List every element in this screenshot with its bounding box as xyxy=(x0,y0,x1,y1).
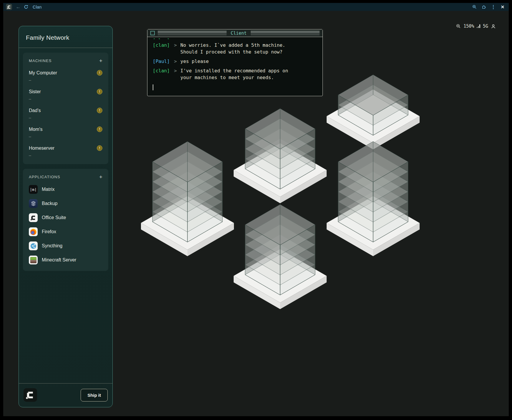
application-label: Matrix xyxy=(42,187,55,192)
chat-message: [Paul] > yes please xyxy=(153,58,317,65)
machine-name: Mom's xyxy=(29,127,43,132)
minecraft-grass-block-icon xyxy=(29,256,38,264)
application-item[interactable]: |m| Matrix xyxy=(29,185,102,194)
application-item[interactable]: Firefox xyxy=(29,227,102,236)
magnifier-plus-icon xyxy=(456,24,461,29)
machines-header: MACHINES xyxy=(29,59,51,63)
chat-message-log[interactable]: [clan] [clan] > No worries. I`ve added a… xyxy=(147,37,323,95)
application-item[interactable]: Syncthing xyxy=(29,241,102,250)
syncthing-icon xyxy=(29,241,38,250)
application-label: Minecraft Server xyxy=(42,257,76,263)
network-label: 5G xyxy=(483,24,488,29)
text-cursor[interactable] xyxy=(153,84,153,90)
client-chat-window[interactable]: Client [clan] [clan] > No worries. I`ve … xyxy=(147,29,323,96)
applications-section: APPLICATIONS + |m| Matrix Backup xyxy=(23,169,108,271)
machine-tower[interactable] xyxy=(141,141,234,256)
application-label: Backup xyxy=(42,201,57,206)
machine-tower[interactable] xyxy=(327,75,420,149)
warning-icon[interactable]: ! xyxy=(97,108,102,113)
firefox-icon xyxy=(29,227,38,236)
machines-section: MACHINES + My Computer ! – Sister ! – D xyxy=(23,53,108,164)
application-item[interactable]: Backup xyxy=(29,199,102,208)
sidebar-title: Family Network xyxy=(19,26,112,48)
clan-office-icon xyxy=(29,213,38,222)
machine-item[interactable]: My Computer ! – xyxy=(29,70,102,82)
person-icon[interactable] xyxy=(491,24,496,29)
application-label: Firefox xyxy=(42,229,56,234)
message-line: yes please xyxy=(180,58,292,65)
clipped-previous-message: [clan] xyxy=(153,37,317,39)
warning-icon[interactable]: ! xyxy=(97,70,102,76)
machine-status: – xyxy=(29,153,102,158)
machine-name: Homeserver xyxy=(29,146,54,151)
machine-item[interactable]: Homeserver ! – xyxy=(29,145,102,158)
zoom-level[interactable]: 150% xyxy=(463,24,474,29)
machine-tower[interactable] xyxy=(234,109,327,203)
application-item[interactable]: Office Suite xyxy=(29,213,102,222)
chat-titlebar[interactable]: Client xyxy=(147,29,323,37)
machine-item[interactable]: Sister ! – xyxy=(29,89,102,101)
machine-name: My Computer xyxy=(29,70,57,76)
sidebar-divider xyxy=(19,48,112,48)
backup-layers-icon xyxy=(29,199,38,208)
application-label: Office Suite xyxy=(42,215,66,220)
titlebar-stripes xyxy=(158,31,227,35)
matrix-icon: |m| xyxy=(29,185,38,194)
warning-icon[interactable]: ! xyxy=(97,89,102,94)
window-close-box-icon[interactable] xyxy=(150,31,155,35)
machine-name: Dad’s xyxy=(29,108,41,113)
signal-bars-icon xyxy=(477,24,480,28)
machine-item[interactable]: Dad’s ! – xyxy=(29,108,102,120)
machine-status: – xyxy=(29,78,102,82)
machine-status: – xyxy=(29,96,102,101)
applications-header: APPLICATIONS xyxy=(29,175,60,179)
machine-name: Sister xyxy=(29,89,41,94)
ship-it-button[interactable]: Ship it xyxy=(81,389,108,401)
machine-tower[interactable] xyxy=(234,204,327,309)
titlebar-stripes xyxy=(251,31,320,35)
machine-item[interactable]: Mom's ! – xyxy=(29,126,102,139)
message-line: No worries. I`ve added a 5th machine. xyxy=(180,42,292,49)
application-item[interactable]: Minecraft Server xyxy=(29,256,102,264)
family-network-sidebar: Family Network MACHINES + My Computer ! … xyxy=(19,26,113,407)
machine-status: – xyxy=(29,134,102,139)
canvas-status-bar: 150% 5G xyxy=(456,24,496,29)
app-window: ← Clan ✕ xyxy=(3,3,509,416)
application-label: Syncthing xyxy=(42,243,62,249)
chat-message: [clan] > No worries. I`ve added a 5th ma… xyxy=(153,42,317,55)
message-line: Should I proceed with the setup now? xyxy=(180,49,292,55)
chat-window-title: Client xyxy=(230,31,248,36)
machine-status: – xyxy=(29,115,102,120)
message-line: I've installed the recommended apps on xyxy=(180,67,292,74)
warning-icon[interactable]: ! xyxy=(97,126,102,132)
message-line: your machines to meet your needs. xyxy=(180,74,292,81)
add-machine-button[interactable]: + xyxy=(99,58,102,64)
clan-logo-icon xyxy=(24,388,37,402)
sidebar-footer: Ship it xyxy=(19,383,112,407)
machine-tower[interactable] xyxy=(327,141,420,256)
warning-icon[interactable]: ! xyxy=(97,145,102,151)
add-application-button[interactable]: + xyxy=(99,174,102,180)
chat-message: [clan] > I've installed the recommended … xyxy=(153,67,317,81)
